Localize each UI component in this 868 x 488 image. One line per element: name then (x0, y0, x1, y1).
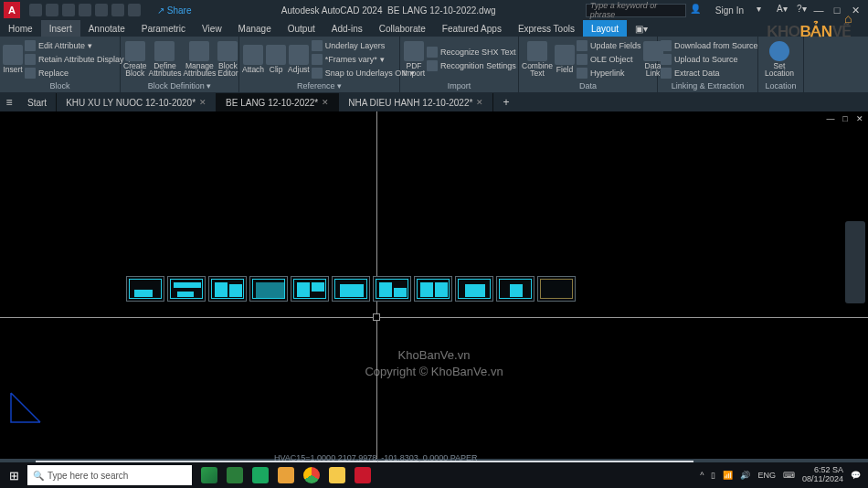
hyperlink-button[interactable]: Hyperlink (577, 67, 641, 80)
tab-view[interactable]: View (194, 20, 230, 37)
file-tab-start[interactable]: Start (18, 93, 57, 111)
update-fields-button[interactable]: Update Fields (577, 39, 641, 52)
tab-more-icon[interactable]: ▣▾ (627, 20, 656, 37)
app-switcher-icon[interactable]: A▾ (777, 4, 789, 16)
file-tab-3[interactable]: NHA DIEU HANH 12-10-2022*✕ (339, 93, 493, 111)
viewport-minimize-icon[interactable]: — (825, 114, 836, 123)
taskbar-clock[interactable]: 6:52 SA 08/11/2024 (802, 466, 843, 484)
tab-parametric[interactable]: Parametric (133, 20, 194, 37)
cart-icon[interactable]: ▾ (757, 4, 769, 16)
title-text: Autodesk AutoCAD 2024 BE LANG 12-10-2022… (191, 5, 585, 16)
windows-search-input[interactable]: 🔍 Type here to search (27, 465, 192, 485)
tray-icon[interactable]: ▯ (711, 471, 715, 480)
qat-undo-icon[interactable] (111, 4, 124, 16)
download-source-button[interactable]: Download from Source (661, 39, 758, 52)
qat-open-icon[interactable] (46, 4, 58, 16)
taskbar-chrome-icon[interactable] (300, 465, 323, 485)
qat-plot-icon[interactable] (95, 4, 108, 16)
create-block-button[interactable]: CreateBlock (123, 38, 147, 80)
snap-underlays-button[interactable]: Snap to Underlays ON ▾ (312, 67, 415, 80)
tray-notifications-icon[interactable]: 💬 (851, 471, 861, 480)
recognition-settings-button[interactable]: Recognition Settings (427, 59, 516, 72)
manage-attributes-button[interactable]: ManageAttributes (183, 38, 216, 80)
upload-source-button[interactable]: Upload to Source (661, 53, 758, 66)
taskbar-app[interactable] (223, 465, 247, 485)
share-button[interactable]: ↗ Share (157, 5, 191, 16)
replace-button[interactable]: Replace (25, 67, 132, 80)
sheet-thumbnail (414, 276, 452, 302)
viewport-close-icon[interactable]: ✕ (854, 114, 865, 123)
new-file-tab-icon[interactable]: + (493, 96, 518, 109)
taskbar-autocad-icon[interactable] (351, 465, 375, 485)
minimize-icon[interactable]: — (813, 5, 824, 16)
taskbar-app[interactable] (197, 465, 221, 485)
qat-redo-icon[interactable] (128, 4, 141, 16)
tab-output[interactable]: Output (280, 20, 323, 37)
ribbon: Insert Edit Attribute ▾ Retain Attribute… (0, 37, 868, 93)
file-tab-menu-icon[interactable]: ≡ (0, 96, 18, 109)
recognize-shx-button[interactable]: Recognize SHX Text (427, 46, 516, 58)
combine-text-button[interactable]: CombineText (522, 38, 553, 80)
tab-manage[interactable]: Manage (230, 20, 280, 37)
sheet-thumbnail (167, 276, 206, 302)
panel-title-data: Data (522, 80, 654, 91)
pdf-import-button[interactable]: PDFImport (403, 38, 425, 80)
tab-express-tools[interactable]: Express Tools (510, 20, 583, 37)
qat-new-icon[interactable] (29, 4, 42, 16)
define-attributes-button[interactable]: DefineAttributes (149, 38, 182, 80)
adjust-button[interactable]: Adjust (288, 38, 310, 80)
tray-language[interactable]: ENG (757, 471, 776, 480)
tab-collaborate[interactable]: Collaborate (371, 20, 434, 37)
tray-volume-icon[interactable]: 🔊 (740, 471, 750, 480)
block-editor-button[interactable]: BlockEditor (217, 38, 238, 80)
edit-attribute-button[interactable]: Edit Attribute ▾ (25, 39, 132, 52)
panel-title-block: Block (3, 80, 117, 91)
app-icon[interactable]: A (4, 2, 20, 18)
search-input[interactable]: Type a keyword or phrase (586, 4, 686, 17)
taskbar-app[interactable] (249, 465, 272, 485)
set-location-button[interactable]: SetLocation (761, 38, 798, 80)
tab-featured-apps[interactable]: Featured Apps (434, 20, 510, 37)
frames-vary-button[interactable]: *Frames vary* ▾ (312, 53, 415, 66)
user-icon[interactable]: 👤 (690, 4, 703, 16)
tab-layout[interactable]: Layout (583, 20, 627, 37)
taskbar-app[interactable] (274, 465, 298, 485)
drawing-canvas[interactable]: — □ ✕ (0, 111, 868, 459)
insert-block-button[interactable]: Insert (3, 38, 23, 80)
extract-data-button[interactable]: Extract Data (661, 67, 758, 80)
underlay-layers-button[interactable]: Underlay Layers (312, 39, 415, 52)
clip-button[interactable]: Clip (266, 38, 286, 80)
tab-annotate[interactable]: Annotate (80, 20, 133, 37)
windows-start-icon[interactable]: ⊞ (0, 462, 27, 488)
tab-home[interactable]: Home (0, 20, 41, 37)
sheet-thumbnail (455, 276, 493, 302)
close-tab-icon[interactable]: ✕ (476, 98, 483, 107)
sheet-thumbnail (496, 276, 535, 302)
help-icon[interactable]: ?▾ (797, 4, 810, 16)
tray-expand-icon[interactable]: ^ (700, 471, 704, 480)
sign-in-button[interactable]: Sign In (715, 5, 744, 16)
attach-button[interactable]: Attach (242, 38, 264, 80)
panel-title-location: Location (761, 80, 800, 91)
pickbox (373, 313, 380, 321)
viewport-maximize-icon[interactable]: □ (840, 114, 851, 123)
navigation-bar[interactable] (845, 221, 865, 303)
close-tab-icon[interactable]: ✕ (199, 98, 206, 107)
maximize-icon[interactable]: □ (831, 5, 842, 16)
field-button[interactable]: Field (555, 38, 575, 80)
drawing-sheets (126, 276, 576, 302)
tab-addins[interactable]: Add-ins (323, 20, 371, 37)
close-icon[interactable]: ✕ (850, 5, 861, 16)
tray-network-icon[interactable]: 📶 (723, 471, 733, 480)
close-tab-icon[interactable]: ✕ (322, 98, 329, 107)
qat-save-icon[interactable] (62, 4, 75, 16)
ole-object-button[interactable]: OLE Object (577, 53, 641, 66)
qat-saveas-icon[interactable] (79, 4, 91, 16)
tray-keyboard-icon[interactable]: ⌨ (783, 471, 795, 480)
retain-attribute-button[interactable]: Retain Attribute Display ▾ (25, 53, 132, 66)
sheet-thumbnail (291, 276, 329, 302)
tab-insert[interactable]: Insert (41, 20, 80, 37)
file-tab-1[interactable]: KHU XU LY NUOC 12-10-2020*✕ (57, 93, 217, 111)
taskbar-explorer-icon[interactable] (325, 465, 349, 485)
file-tab-2[interactable]: BE LANG 12-10-2022*✕ (217, 93, 339, 111)
